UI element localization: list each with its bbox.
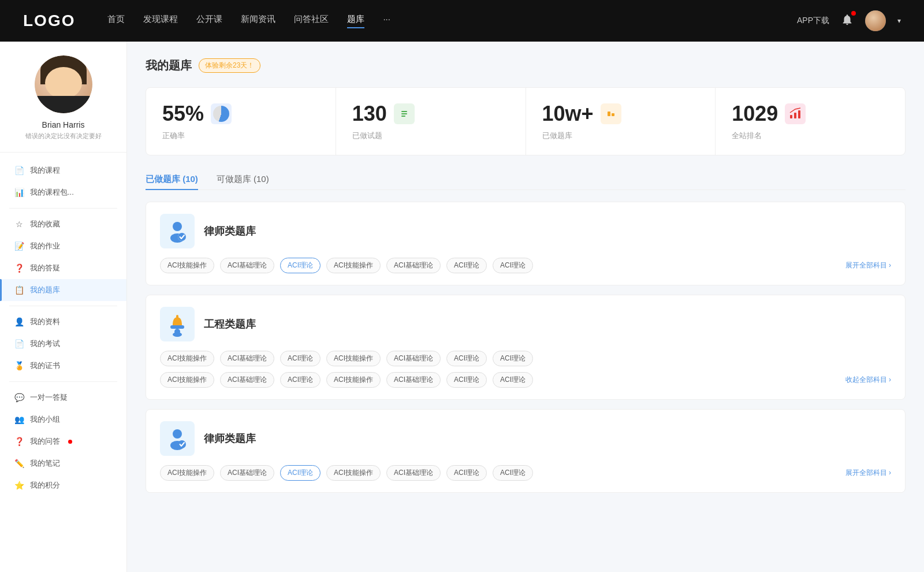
done-questions-number: 130 <box>352 102 387 126</box>
bank-tag[interactable]: ACI基础理论 <box>220 258 274 273</box>
app-download[interactable]: APP下载 <box>797 16 829 26</box>
bank-card-header-2: 工程类题库 <box>160 307 891 341</box>
svg-rect-1 <box>401 111 407 112</box>
homework-label: 我的作业 <box>30 241 60 251</box>
bank-tag[interactable]: ACI基础理论 <box>386 351 441 366</box>
user-menu-chevron[interactable]: ▾ <box>897 17 901 25</box>
bank-tag[interactable]: ACI技能操作 <box>326 372 381 388</box>
bank-title-lawyer-1: 律师类题库 <box>204 224 256 238</box>
sidebar-item-my-qa[interactable]: ❓ 我的问答 <box>0 430 126 452</box>
nav-courses[interactable]: 发现课程 <box>143 14 178 28</box>
my-qa-icon: ❓ <box>14 437 24 446</box>
sidebar: Brian Harris 错误的决定比没有决定要好 📄 我的课程 📊 我的课程包… <box>0 42 127 572</box>
bank-tag[interactable]: ACI基础理论 <box>220 372 274 388</box>
done-questions-label: 已做试题 <box>352 131 509 141</box>
bank-tag[interactable]: ACI技能操作 <box>160 372 214 388</box>
profile-icon: 👤 <box>14 317 24 326</box>
questions-icon: ❓ <box>14 263 24 273</box>
trial-badge[interactable]: 体验剩余23天！ <box>199 58 260 73</box>
done-questions-icon <box>394 103 415 124</box>
bank-tag[interactable]: ACI基础理论 <box>386 258 441 273</box>
nav-home[interactable]: 首页 <box>107 14 125 28</box>
question-bank-icon: 📋 <box>14 285 24 295</box>
svg-rect-8 <box>794 113 796 118</box>
my-qa-label: 我的问答 <box>30 436 60 447</box>
notes-icon: ✏️ <box>14 459 24 468</box>
sidebar-item-course-packages[interactable]: 📊 我的课程包... <box>0 181 126 203</box>
bank-tag[interactable]: ACI技能操作 <box>326 351 381 366</box>
bank-tag[interactable]: ACI技能操作 <box>326 465 381 481</box>
svg-rect-7 <box>790 115 792 118</box>
bank-tag[interactable]: ACI理论 <box>493 372 533 388</box>
sidebar-item-questions[interactable]: ❓ 我的答疑 <box>0 257 126 279</box>
expand-button-1[interactable]: 展开全部科目 › <box>845 261 891 270</box>
rank-number: 1029 <box>732 102 778 126</box>
nav-questionbank[interactable]: 题库 <box>347 14 364 28</box>
sidebar-item-profile[interactable]: 👤 我的资料 <box>0 311 126 333</box>
bank-tag[interactable]: ACI理论 <box>446 372 487 388</box>
svg-point-18 <box>173 332 182 337</box>
svg-rect-2 <box>401 113 407 114</box>
sidebar-item-exams[interactable]: 📄 我的考试 <box>0 333 126 355</box>
bank-tag[interactable]: ACI基础理论 <box>220 351 274 366</box>
course-packages-label: 我的课程包... <box>30 187 74 198</box>
collapse-button[interactable]: 收起全部科目 › <box>845 375 891 385</box>
svg-point-10 <box>173 222 182 231</box>
sidebar-item-favorites[interactable]: ☆ 我的收藏 <box>0 213 126 235</box>
profile-avatar <box>35 55 92 113</box>
my-courses-label: 我的课程 <box>30 165 60 176</box>
bank-tag[interactable]: ACI理论 <box>446 258 487 273</box>
bank-icon-engineer <box>160 307 195 341</box>
rank-label: 全站排名 <box>732 131 889 141</box>
sidebar-item-homework[interactable]: 📝 我的作业 <box>0 235 126 257</box>
bank-tag[interactable]: ACI技能操作 <box>160 258 214 273</box>
sidebar-divider-2 <box>9 306 117 306</box>
nav-more[interactable]: ··· <box>383 14 390 28</box>
sidebar-item-certificates[interactable]: 🏅 我的证书 <box>0 355 126 377</box>
bank-tag[interactable]: ACI理论 <box>446 465 487 481</box>
bank-tag-active[interactable]: ACI理论 <box>280 465 321 481</box>
favorites-label: 我的收藏 <box>30 219 60 229</box>
done-banks-icon <box>601 103 621 124</box>
expand-button-3[interactable]: 展开全部科目 › <box>845 468 891 478</box>
bank-tag[interactable]: ACI基础理论 <box>386 372 441 388</box>
svg-rect-4 <box>606 109 616 118</box>
bank-tag[interactable]: ACI技能操作 <box>326 258 381 273</box>
bank-tag[interactable]: ACI理论 <box>493 351 533 366</box>
sidebar-item-my-courses[interactable]: 📄 我的课程 <box>0 159 126 181</box>
tab-todo[interactable]: 可做题库 (10) <box>217 169 269 190</box>
bell-button[interactable] <box>841 13 854 28</box>
bank-tag[interactable]: ACI技能操作 <box>160 465 214 481</box>
svg-point-21 <box>178 440 186 448</box>
nav-qa[interactable]: 问答社区 <box>294 14 329 28</box>
my-courses-icon: 📄 <box>14 166 24 175</box>
bank-icon-lawyer-1 <box>160 214 195 248</box>
nav-links: 首页 发现课程 公开课 新闻资讯 问答社区 题库 ··· <box>107 14 776 28</box>
bank-tag[interactable]: ACI理论 <box>493 465 533 481</box>
nav-open[interactable]: 公开课 <box>196 14 222 28</box>
exams-label: 我的考试 <box>30 339 60 349</box>
accuracy-label: 正确率 <box>162 131 319 141</box>
nav-news[interactable]: 新闻资讯 <box>241 14 275 28</box>
bank-tag[interactable]: ACI理论 <box>493 258 533 273</box>
sidebar-divider-3 <box>9 381 117 382</box>
sidebar-item-notes[interactable]: ✏️ 我的笔记 <box>0 452 126 474</box>
sidebar-item-points[interactable]: ⭐ 我的积分 <box>0 474 126 496</box>
bank-tag[interactable]: ACI理论 <box>446 351 487 366</box>
sidebar-item-question-bank[interactable]: 📋 我的题库 <box>0 279 126 301</box>
bank-tag[interactable]: ACI理论 <box>280 372 321 388</box>
bank-tag[interactable]: ACI技能操作 <box>160 351 214 366</box>
bank-card-header-1: 律师类题库 <box>160 214 891 248</box>
bank-card-engineer: 工程类题库 ACI技能操作 ACI基础理论 ACI理论 ACI技能操作 ACI基… <box>146 295 906 400</box>
bank-tag[interactable]: ACI基础理论 <box>220 465 274 481</box>
user-avatar[interactable] <box>865 10 886 31</box>
bank-tag-active[interactable]: ACI理论 <box>280 258 321 273</box>
bank-tag[interactable]: ACI理论 <box>280 351 321 366</box>
groups-icon: 👥 <box>14 415 24 424</box>
sidebar-item-one-on-one[interactable]: 💬 一对一答疑 <box>0 387 126 408</box>
tab-done[interactable]: 已做题库 (10) <box>146 169 198 190</box>
bank-tag[interactable]: ACI基础理论 <box>386 465 441 481</box>
sidebar-item-groups[interactable]: 👥 我的小组 <box>0 408 126 430</box>
accuracy-icon <box>211 103 232 124</box>
bell-badge <box>851 11 856 16</box>
